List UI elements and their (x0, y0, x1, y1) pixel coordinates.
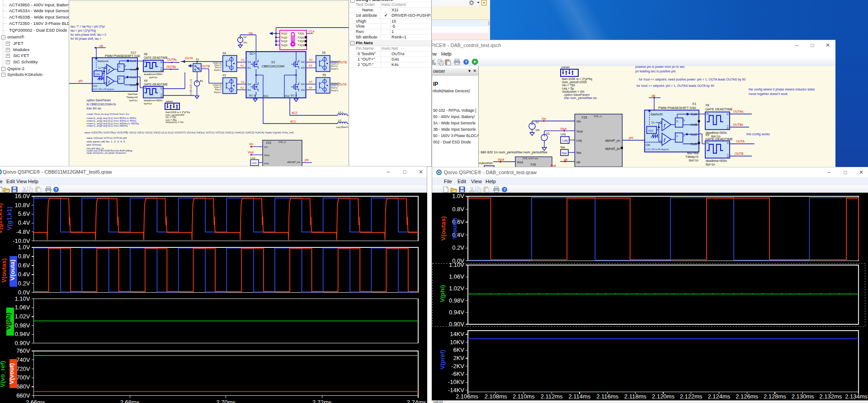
svg-text:ttol=1n: ttol=1n (129, 99, 137, 102)
svg-text:V(outa): V(outa) (451, 218, 458, 239)
svg-text:.meas Voutcomm_res param Voutc: .meas Voutcomm_res param Voutcomm (86, 152, 126, 154)
svg-text:OutB: OutB (130, 68, 136, 71)
svg-text:ttol=1n: ttol=1n (689, 159, 698, 162)
svg-text:G2: G2 (241, 81, 245, 83)
svg-text:Leq: Leq (561, 133, 566, 136)
svg-text:GATE-DEADTIME: GATE-DEADTIME (144, 56, 168, 59)
svg-text:Vin: Vin (243, 41, 247, 44)
svg-text:Vin: Vin (535, 128, 540, 132)
svg-text:Voutcomm = Vin: Voutcomm = Vin (165, 121, 184, 123)
svg-text:: 680 820 1n num_period/fsw nu: : 680 820 1n num_period/fsw num_period/f… (479, 150, 547, 154)
svg-text:700V: 700V (16, 374, 30, 381)
svg-text:V(pref): V(pref) (439, 350, 446, 370)
svg-text:phi: phi (79, 79, 83, 83)
svg-text:V(outa): V(outa) (9, 260, 16, 281)
svg-text:2.66ms: 2.66ms (26, 399, 45, 403)
svg-text:OUTA: OUTA (185, 57, 193, 60)
svg-text:740V: 740V (16, 356, 30, 363)
svg-text:?: ? (503, 187, 506, 192)
svg-text:phi: phi (629, 136, 633, 140)
svg-text:.tran 3m uic: .tran 3m uic (86, 107, 102, 110)
svg-text:X8: X8 (144, 52, 147, 56)
svg-text:D: D (676, 120, 678, 123)
svg-text:pri leading sec is positive ph: pri leading sec is positive phi. (635, 70, 676, 73)
svg-text:CBB011M12GM4: CBB011M12GM4 (262, 65, 285, 68)
svg-text:L2: L2 (338, 119, 341, 122)
svg-text:0.90V: 0.90V (449, 321, 464, 327)
svg-text:0.90V: 0.90V (15, 340, 30, 346)
svg-text:tau / T = tau*frq = phi /2*pi: tau / T = tau*frq = phi /2*pi (71, 25, 105, 28)
svg-text:Ctrl: Ctrl (93, 85, 97, 87)
svg-text:TcQ4: TcQ4 (281, 44, 288, 47)
svg-text:fsw=fsw: fsw=fsw (127, 93, 137, 95)
svg-text:0.6V: 0.6V (18, 262, 30, 269)
svg-text:2.134ms: 2.134ms (845, 393, 868, 400)
svg-text:LL: LL (98, 66, 101, 69)
svg-text:Vin: Vin (576, 120, 581, 123)
svg-text:G1: G1 (247, 61, 251, 63)
svg-text:DAB_ctl: DAB_ctl (594, 115, 602, 118)
svg-text:720V: 720V (16, 365, 30, 372)
svg-text:0.98V: 0.98V (15, 322, 30, 329)
svg-text:for Vout << setpoint, need pos: for Vout << setpoint, need positve power… (639, 78, 745, 81)
svg-text:DC-1: DC-1 (249, 94, 256, 97)
svg-text:K4: K4 (301, 89, 305, 91)
svg-text:K3: K3 (301, 66, 305, 69)
svg-text:Ctrl: Ctrl (646, 143, 651, 147)
svg-text:G3: G3 (301, 61, 305, 63)
svg-text:0.8V: 0.8V (452, 206, 464, 213)
svg-text:tau = phi / (2*pi*frq): tau = phi / (2*pi*frq) (71, 29, 96, 33)
svg-text:Leq: Leq (562, 139, 568, 142)
svg-text:G4: G4 (301, 83, 305, 85)
svg-text:TcQ2: TcQ2 (281, 36, 288, 39)
svg-text:1.10V: 1.10V (449, 261, 464, 268)
svg-text:-4.8V: -4.8V (16, 228, 30, 235)
svg-text:Vout: Vout (264, 154, 269, 156)
svg-text:V(g1s,k1s): V(g1s,k1s) (0, 203, 3, 234)
svg-text:ttol=1n: ttol=1n (144, 102, 152, 105)
svg-text:Q: Q (726, 113, 729, 115)
svg-text:X2: X2 (271, 61, 275, 64)
svg-text:2KV: 2KV (453, 355, 464, 361)
svg-text:-10KV: -10KV (448, 379, 464, 385)
svg-text:Rsink=1: Rsink=1 (331, 90, 339, 92)
svg-text:AC1: AC1 (263, 95, 269, 97)
svg-text:V(phi): V(phi) (5, 313, 12, 330)
svg-text:AC1: AC1 (290, 120, 296, 123)
svg-text:Tdelay=0: Tdelay=0 (685, 155, 698, 159)
svg-text:2.120ms: 2.120ms (652, 393, 675, 400)
svg-text:16.0V: 16.0V (15, 193, 30, 199)
svg-text:0.94V: 0.94V (449, 309, 464, 316)
svg-text:2.128ms: 2.128ms (764, 393, 786, 400)
svg-text:TJQ2: TJQ2 (297, 36, 304, 39)
svg-text:2.132ms: 2.132ms (819, 393, 842, 400)
svg-text:5.6V: 5.6V (18, 210, 30, 217)
svg-text:X1: X1 (692, 102, 696, 106)
svg-text:X1: X1 (196, 58, 199, 61)
svg-text:for zero phase shift, tau = 0: for zero phase shift, tau = 0 (71, 33, 106, 37)
svg-text:fsw: fsw (562, 152, 567, 155)
svg-text:2.124ms: 2.124ms (708, 393, 730, 400)
svg-text:2.68ms: 2.68ms (120, 399, 140, 403)
svg-text:D: D (119, 77, 121, 80)
svg-text:TJQ1: TJQ1 (297, 32, 304, 35)
svg-text:TC4: TC4 (309, 30, 315, 33)
svg-text:OUTAs: OUTAs (733, 110, 744, 113)
svg-text:Vin: Vin (249, 32, 253, 35)
svg-text:OutA: OutA (691, 113, 698, 116)
svg-text:phi: phi (305, 158, 309, 162)
svg-text:OSC: OSC (95, 73, 100, 76)
svg-text:OUTB: OUTB (735, 152, 744, 155)
svg-text:deadtime=500n: deadtime=500n (706, 159, 727, 162)
svg-text:alphaP_pu: alphaP_pu (605, 139, 621, 142)
svg-text:LL: LL (651, 121, 655, 124)
svg-text:10KV: 10KV (450, 339, 464, 346)
svg-text:1.06V: 1.06V (449, 273, 464, 280)
svg-text:?: ? (55, 187, 57, 192)
svg-text:ttol=1n: ttol=1n (149, 76, 157, 79)
svg-text:OUTA: OUTA (339, 83, 347, 86)
svg-text:ƒ: ƒ (108, 68, 110, 72)
svg-text:2.106ms: 2.106ms (456, 393, 478, 400)
svg-text:OutC: OutC (690, 133, 697, 136)
svg-text:L1 L: L1 L (338, 111, 344, 114)
